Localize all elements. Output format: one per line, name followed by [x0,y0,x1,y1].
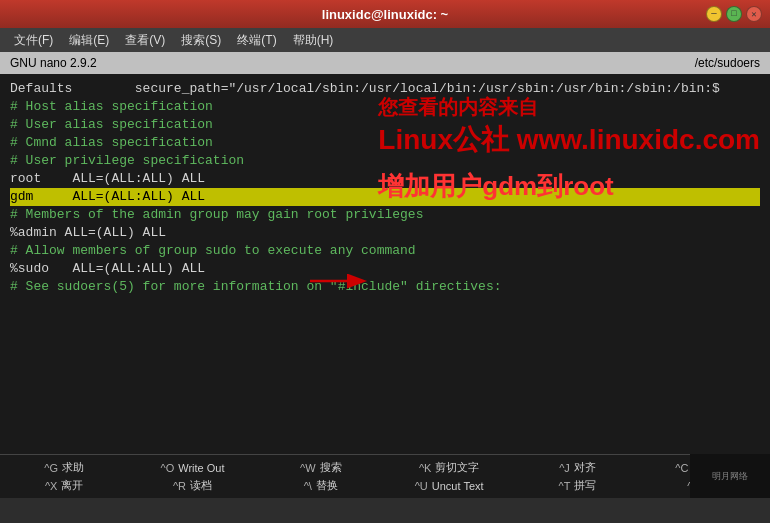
logo-watermark: 明月网络 [690,454,770,498]
shortcut-key: ^C [675,462,688,474]
footer-col: ^J对齐^T拼写 [513,459,641,495]
term-line: gdm ALL=(ALL:ALL) ALL [10,188,760,206]
logo-text: 明月网络 [712,470,748,483]
footer-shortcut: ^K剪切文字 [419,459,480,477]
footer-shortcut: ^G求助 [44,459,84,477]
shortcut-label: 搜索 [320,460,342,475]
nano-footer: ^G求助^X离开^OWrite Out^R读档^W搜索^\替换^K剪切文字^UU… [0,454,770,498]
term-line: Defaults secure_path="/usr/local/sbin:/u… [10,80,760,98]
footer-shortcut: ^OWrite Out [161,459,225,477]
shortcut-key: ^\ [304,480,312,492]
term-line: %admin ALL=(ALL) ALL [10,224,760,242]
shortcut-key: ^X [45,480,58,492]
shortcut-label: 替换 [316,478,338,493]
menu-edit[interactable]: 编辑(E) [63,30,115,51]
menu-search[interactable]: 搜索(S) [175,30,227,51]
shortcut-label: 读档 [190,478,212,493]
shortcut-label: Write Out [178,462,224,474]
term-line: # Allow members of group sudo to execute… [10,242,760,260]
footer-shortcut: ^X离开 [45,477,84,495]
footer-shortcut: ^UUncut Text [415,477,484,495]
shortcut-label: 对齐 [574,460,596,475]
footer-shortcut: ^\替换 [304,477,338,495]
nano-version: GNU nano 2.9.2 [10,56,97,70]
menu-view[interactable]: 查看(V) [119,30,171,51]
shortcut-key: ^R [173,480,186,492]
term-line: # User alias specification [10,116,760,134]
footer-col: ^W搜索^\替换 [257,459,385,495]
shortcut-label: 剪切文字 [435,460,479,475]
close-button[interactable]: ✕ [746,6,762,22]
shortcut-label: 拼写 [574,478,596,493]
menu-bar: 文件(F) 编辑(E) 查看(V) 搜索(S) 终端(T) 帮助(H) [0,28,770,52]
footer-shortcut: ^J对齐 [559,459,596,477]
footer-col: ^OWrite Out^R读档 [128,459,256,495]
title-bar: linuxidc@linuxidc: ~ ─ □ ✕ [0,0,770,28]
shortcut-key: ^G [44,462,58,474]
minimize-button[interactable]: ─ [706,6,722,22]
footer-col: ^K剪切文字^UUncut Text [385,459,513,495]
shortcut-label: 离开 [61,478,83,493]
shortcut-label: Uncut Text [432,480,484,492]
shortcut-key: ^O [161,462,175,474]
term-line: %sudo ALL=(ALL:ALL) ALL [10,260,760,278]
window-controls: ─ □ ✕ [706,6,762,22]
term-line: # Cmnd alias specification [10,134,760,152]
term-line: # Members of the admin group may gain ro… [10,206,760,224]
term-line: # See sudoers(5) for more information on… [10,278,760,296]
shortcut-key: ^T [559,480,571,492]
shortcut-key: ^U [415,480,428,492]
terminal-content[interactable]: 您查看的内容来自 Linux公社 www.linuxidc.com 增加用户gd… [0,74,770,454]
footer-shortcut: ^R读档 [173,477,212,495]
menu-file[interactable]: 文件(F) [8,30,59,51]
term-line: root ALL=(ALL:ALL) ALL [10,170,760,188]
footer-shortcut: ^T拼写 [559,477,597,495]
content-lines: Defaults secure_path="/usr/local/sbin:/u… [10,80,760,296]
window-title: linuxidc@linuxidc: ~ [322,7,448,22]
menu-terminal[interactable]: 终端(T) [231,30,282,51]
maximize-button[interactable]: □ [726,6,742,22]
footer-col: ^G求助^X离开 [0,459,128,495]
shortcut-key: ^W [300,462,316,474]
nano-header: GNU nano 2.9.2 /etc/sudoers [0,52,770,74]
footer-shortcuts: ^G求助^X离开^OWrite Out^R读档^W搜索^\替换^K剪切文字^UU… [0,457,770,497]
menu-help[interactable]: 帮助(H) [287,30,340,51]
footer-shortcut: ^W搜索 [300,459,342,477]
shortcut-key: ^J [559,462,570,474]
term-line: # User privilege specification [10,152,760,170]
nano-filename: /etc/sudoers [695,56,760,70]
term-line: # Host alias specification [10,98,760,116]
shortcut-key: ^K [419,462,432,474]
shortcut-label: 求助 [62,460,84,475]
